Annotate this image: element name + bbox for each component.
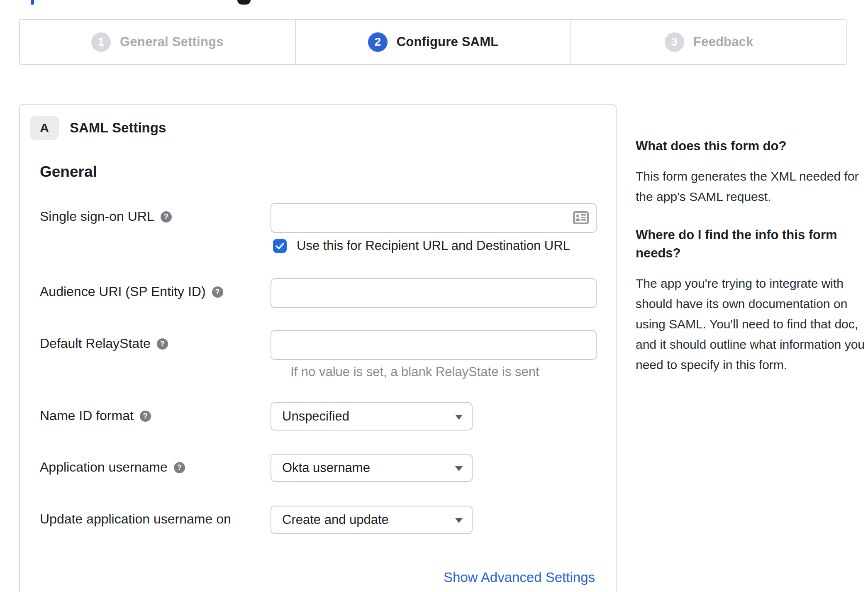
- audience-uri-input[interactable]: [271, 278, 597, 308]
- help-icon[interactable]: ?: [157, 338, 168, 350]
- chevron-down-icon: [455, 415, 463, 420]
- help-icon[interactable]: ?: [161, 211, 172, 223]
- update-application-username-select[interactable]: Create and update: [271, 506, 473, 534]
- step-wizard: 1 General Settings 2 Configure SAML 3 Fe…: [19, 19, 847, 65]
- selected-value: Unspecified: [282, 409, 349, 424]
- application-username-row: Application username ? Okta username: [20, 454, 616, 482]
- cutoff-blue-title-fragment: [31, 0, 34, 5]
- help-question-1: What does this form do?: [636, 137, 868, 155]
- name-id-format-row: Name ID format ? Unspecified: [20, 402, 616, 431]
- help-sidebar: What does this form do? This form genera…: [636, 137, 868, 394]
- recipient-destination-checkbox-row: Use this for Recipient URL and Destinati…: [273, 238, 595, 253]
- update-application-username-label: Update application username on: [40, 506, 271, 527]
- name-id-format-label: Name ID format ?: [40, 402, 271, 423]
- relaystate-hint: If no value is set, a blank RelayState i…: [290, 364, 595, 379]
- checkmark-icon: [276, 242, 284, 250]
- application-username-label: Application username ?: [40, 454, 271, 475]
- default-relaystate-label: Default RelayState ?: [40, 330, 271, 351]
- help-icon[interactable]: ?: [174, 462, 185, 473]
- wizard-step-configure-saml[interactable]: 2 Configure SAML: [295, 20, 571, 64]
- step-label: Configure SAML: [397, 34, 499, 49]
- step-number-badge: 3: [665, 32, 684, 52]
- single-sign-on-url-label: Single sign-on URL ?: [40, 203, 271, 224]
- label-text: Default RelayState: [40, 336, 151, 351]
- default-relaystate-row: Default RelayState ?: [20, 330, 616, 360]
- default-relaystate-input[interactable]: [271, 330, 597, 360]
- default-relaystate-input-wrap: [271, 330, 597, 360]
- cutoff-dark-icon-fragment: [237, 0, 251, 5]
- audience-uri-input-wrap: [271, 278, 597, 308]
- help-icon[interactable]: ?: [212, 286, 223, 298]
- step-number-badge: 1: [91, 32, 111, 52]
- help-answer-2: The app you're trying to integrate with …: [636, 273, 868, 375]
- help-icon[interactable]: ?: [140, 411, 151, 422]
- audience-uri-label: Audience URI (SP Entity ID) ?: [40, 278, 271, 299]
- step-label: Feedback: [693, 34, 753, 49]
- label-text: Update application username on: [40, 511, 231, 527]
- section-a-badge: A: [30, 116, 59, 140]
- label-text: Single sign-on URL: [40, 209, 154, 224]
- label-text: Name ID format: [40, 408, 134, 423]
- contact-card-icon: [573, 211, 589, 225]
- saml-settings-panel: A SAML Settings General Single sign-on U…: [19, 104, 617, 592]
- recipient-destination-checkbox-label: Use this for Recipient URL and Destinati…: [297, 238, 570, 253]
- single-sign-on-url-input-wrap: [271, 203, 597, 233]
- update-application-username-row: Update application username on Create an…: [20, 506, 616, 534]
- step-label: General Settings: [120, 34, 224, 49]
- application-username-select[interactable]: Okta username: [271, 454, 473, 482]
- label-text: Application username: [40, 460, 168, 475]
- help-answer-1: This form generates the XML needed for t…: [636, 166, 868, 207]
- general-section-heading: General: [40, 163, 616, 181]
- chevron-down-icon: [455, 466, 463, 471]
- wizard-step-feedback[interactable]: 3 Feedback: [571, 20, 846, 64]
- recipient-destination-checkbox[interactable]: [273, 239, 287, 253]
- panel-title: SAML Settings: [70, 120, 166, 136]
- step-number-badge: 2: [368, 32, 388, 52]
- panel-header: A SAML Settings: [30, 116, 616, 140]
- advanced-settings-row: Show Advanced Settings: [40, 570, 595, 585]
- audience-uri-row: Audience URI (SP Entity ID) ?: [20, 278, 616, 308]
- single-sign-on-url-input[interactable]: [271, 203, 597, 233]
- selected-value: Create and update: [282, 512, 389, 527]
- label-text: Audience URI (SP Entity ID): [40, 284, 206, 299]
- wizard-step-general-settings[interactable]: 1 General Settings: [20, 20, 295, 64]
- show-advanced-settings-link[interactable]: Show Advanced Settings: [444, 570, 595, 585]
- name-id-format-select[interactable]: Unspecified: [271, 402, 473, 431]
- single-sign-on-url-row: Single sign-on URL ?: [20, 203, 616, 233]
- selected-value: Okta username: [282, 460, 370, 475]
- chevron-down-icon: [455, 518, 463, 523]
- help-question-2: Where do I find the info this form needs…: [636, 226, 868, 262]
